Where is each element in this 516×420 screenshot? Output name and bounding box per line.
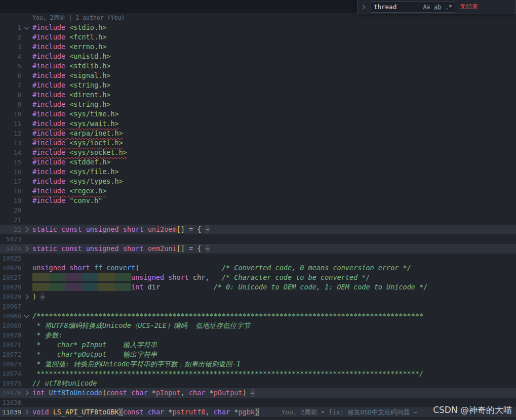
line-number: 11038 <box>0 398 21 407</box>
code-token: int <box>32 389 45 397</box>
code-token: <stddef.h> <box>69 158 110 166</box>
line-number: 5474 <box>0 244 21 254</box>
code-row: 1#include <stdio.h> <box>0 23 516 32</box>
fold-collapsed-icon[interactable] <box>21 388 32 398</box>
codelens-text: You, 2周前 | 1 author (You) <box>32 13 516 23</box>
code-row: 3#include <errno.h> <box>0 42 516 52</box>
line-number: 1 <box>0 23 21 32</box>
code-row: 9#include <string.h> <box>0 100 516 109</box>
line-number: 11039 <box>0 407 21 417</box>
code-token: * char* pInput 输入字符串 <box>32 341 157 349</box>
line-number: 5473 <box>0 234 21 244</box>
code-token <box>65 196 69 204</box>
code-line-content: * 返回值: 转换后的Unicode字符串的字节数，如果出错则返回-1 <box>32 359 516 369</box>
code-token: #include <box>32 52 65 60</box>
code-line-content: #include <errno.h> <box>32 42 516 52</box>
fold-expanded-icon[interactable] <box>21 23 32 32</box>
code-token: #include <box>32 43 65 51</box>
code-token <box>65 177 69 185</box>
line-number: 8 <box>0 90 21 100</box>
code-token <box>65 187 69 195</box>
code-token: <sys/types.h> <box>69 177 123 185</box>
code-token: ) <box>255 408 259 416</box>
code-token: #include <box>32 23 65 31</box>
code-token: ⋯ <box>41 292 45 301</box>
code-token: ( <box>119 408 123 416</box>
regex-toggle[interactable]: .* <box>445 4 452 11</box>
fold-spacer <box>21 302 32 311</box>
code-line-content: #include <arpa/inet.h> <box>32 129 516 138</box>
line-number: 10976 <box>0 388 21 398</box>
code-token <box>82 244 86 253</box>
line-number: 10973 <box>0 359 21 369</box>
fold-collapsed-icon[interactable] <box>21 407 32 417</box>
fold-collapsed-icon[interactable] <box>21 225 32 234</box>
line-number: 17 <box>0 177 21 186</box>
code-token: #include <box>32 129 65 137</box>
code-token <box>65 52 69 60</box>
fold-expanded-icon[interactable] <box>21 311 32 321</box>
fold-spacer <box>21 379 32 388</box>
code-token: void <box>32 408 49 416</box>
code-token: <stdio.h> <box>69 23 106 31</box>
toggle-replace-icon[interactable] <box>361 4 366 10</box>
fold-spacer <box>21 177 32 186</box>
code-row: 18#include <regex.h> <box>0 186 516 196</box>
code-token: * <box>230 408 238 416</box>
fold-spacer <box>21 273 32 282</box>
fold-spacer <box>21 263 32 273</box>
fold-collapsed-icon[interactable] <box>21 292 32 302</box>
code-token <box>201 225 205 233</box>
code-token: * <box>205 389 213 397</box>
code-line-content: #include <sys/wait.h> <box>32 119 516 129</box>
whole-word-toggle[interactable]: ab <box>434 4 441 11</box>
code-row: 5#include <stdlib.h> <box>0 61 516 71</box>
line-number: 10926 <box>0 263 21 273</box>
code-token: unsigned <box>131 273 164 281</box>
code-area: You, 2周前 | 1 author (You)1#include <stdi… <box>0 13 516 417</box>
code-token: * 参数: <box>32 331 63 339</box>
code-token: <arpa/inet.h> <box>69 129 123 137</box>
code-token: pgbk <box>238 408 255 416</box>
code-token: * <box>164 408 172 416</box>
code-token <box>127 389 131 397</box>
inline-blame: You, 2周前 • fix: 修复OSD中文乱码问题 ⋯ <box>282 408 417 416</box>
line-number: 9 <box>0 100 21 109</box>
code-row: 4#include <unistd.h> <box>0 52 516 61</box>
code-token <box>65 33 69 41</box>
code-token <box>82 283 99 291</box>
fold-spacer <box>21 254 32 263</box>
code-row: 10967 <box>0 302 516 311</box>
code-token: uni2oem <box>148 225 177 233</box>
code-row: 6#include <signal.h> <box>0 71 516 80</box>
code-line-content <box>32 215 516 225</box>
code-token <box>45 389 49 397</box>
code-token <box>115 273 132 281</box>
match-case-toggle[interactable]: Aa <box>423 4 430 11</box>
code-token: <sys/time.h> <box>69 110 119 118</box>
code-line-content: #include "conv.h" <box>32 196 516 205</box>
code-token: ) <box>243 389 247 397</box>
code-token: ****************************************… <box>32 369 423 377</box>
code-token: <sys/file.h> <box>69 167 119 176</box>
line-number: 18 <box>0 186 21 196</box>
code-token: #include <box>32 187 65 195</box>
code-token: char <box>148 408 165 416</box>
find-query-text[interactable]: thread <box>374 3 419 11</box>
code-row: 10974 **********************************… <box>0 369 516 379</box>
code-token: int <box>131 283 143 291</box>
line-number: 10968 <box>0 311 21 321</box>
line-number: 21 <box>0 215 21 225</box>
find-input[interactable]: thread Aa ab .* <box>371 1 455 13</box>
code-line-content: #include <stdio.h> <box>32 23 516 32</box>
line-number: 10970 <box>0 330 21 340</box>
code-token <box>144 244 148 253</box>
code-row: 14#include <sys/socket.h> <box>0 148 516 157</box>
code-token: char <box>214 408 230 416</box>
code-token <box>65 71 69 79</box>
code-token <box>57 244 61 253</box>
fold-collapsed-icon[interactable] <box>21 244 32 254</box>
code-line-content: * char* pInput 输入字符串 <box>32 340 516 350</box>
code-token: #include <box>32 110 65 118</box>
code-token <box>65 273 82 281</box>
